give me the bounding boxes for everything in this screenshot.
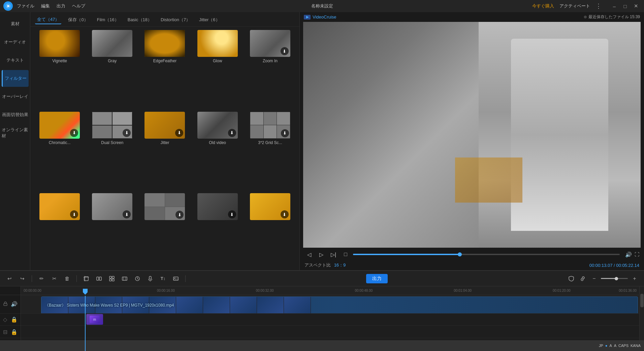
track-audio-icon[interactable]: 🔊	[11, 301, 18, 307]
filter-chromatic[interactable]: ⬇ Chromatic...	[35, 112, 84, 190]
filter-tab-distortion[interactable]: Distortion（7）	[159, 16, 192, 24]
thumb-frame-10	[284, 297, 311, 314]
trash-button[interactable]: 🗑	[62, 274, 72, 283]
filter-dualscreen[interactable]: ⬇ Dual Screen	[88, 112, 137, 190]
text-overlay-button[interactable]: T↕	[158, 274, 168, 283]
sidebar-item-online[interactable]: オンライン素材	[2, 125, 29, 141]
progress-bar[interactable]	[353, 254, 620, 255]
grid-button[interactable]	[107, 274, 117, 283]
filter-download-row3-4[interactable]: ⬇	[228, 210, 236, 218]
filter-thumb-row3-4: ⬇	[197, 193, 238, 220]
scissors-button[interactable]: ✂	[50, 274, 59, 283]
filter-label-oldvideo: Old video	[209, 140, 226, 145]
filter-download-jitter[interactable]: ⬇	[175, 129, 183, 137]
zoom-slider-track[interactable]	[601, 278, 628, 279]
titlebar-more-icon[interactable]: ⋮	[595, 2, 602, 10]
svg-rect-12	[112, 279, 114, 281]
fullscreen-button[interactable]: ⛶	[635, 252, 639, 257]
sidebar-item-overlay[interactable]: オーバーレイ	[2, 88, 29, 105]
split-button[interactable]	[94, 274, 104, 283]
sidebar-item-transition[interactable]: 画面切替効果	[2, 106, 29, 123]
link-icon[interactable]	[578, 274, 587, 283]
prev-frame-button[interactable]: ◁	[304, 250, 314, 259]
taskbar-lang: JP	[599, 344, 603, 348]
text-grid-icon[interactable]: ⊟	[3, 329, 7, 335]
maximize-button[interactable]: □	[620, 1, 630, 11]
filter-row3-5[interactable]: ⬇	[246, 193, 295, 267]
taskbar-caps: CAPS	[618, 344, 629, 348]
buy-button[interactable]: 今すぐ購入	[532, 3, 554, 9]
sidebar-item-filter[interactable]: フィルター	[2, 70, 29, 87]
filter-gray[interactable]: Gray	[88, 30, 137, 108]
progress-thumb[interactable]	[458, 252, 462, 256]
minimize-button[interactable]: –	[610, 1, 619, 11]
sidebar-item-audio[interactable]: オーディオ	[2, 34, 29, 50]
export-button[interactable]: 出力	[366, 274, 388, 283]
playhead-ruler-marker	[83, 286, 88, 295]
filter-edgefeather[interactable]: EdgeFeather	[140, 30, 189, 108]
filter-tab-saved[interactable]: 保存（0）	[66, 16, 90, 24]
filter-zoomin[interactable]: ⬇ Zoom In	[246, 30, 295, 108]
filter-jitter[interactable]: ⬇ Jitter	[140, 112, 189, 190]
clock-button[interactable]	[133, 274, 142, 283]
zoom-slider	[601, 278, 628, 279]
filter-row3-3[interactable]: ⬇	[140, 193, 189, 267]
filter-grid3x2[interactable]: ⬇ 3*2 Grid Sc...	[246, 112, 295, 190]
scrollbar-thumb[interactable]	[640, 294, 644, 307]
menu-output[interactable]: 出力	[57, 3, 65, 9]
time-ruler[interactable]: 00:00:00.00 00:00:16.00 00:00:32.00 00:0…	[21, 286, 639, 295]
taskbar-a2: A	[614, 344, 616, 348]
play-button[interactable]: ▷	[317, 250, 326, 259]
next-frame-button[interactable]: ▷|	[329, 250, 338, 259]
filter-download-oldvideo[interactable]: ⬇	[228, 129, 236, 137]
filter-glow[interactable]: Glow	[193, 30, 242, 108]
shield-icon[interactable]	[567, 274, 576, 283]
image-button[interactable]	[171, 274, 181, 283]
track-lock-icon[interactable]	[3, 301, 8, 307]
mic-button[interactable]	[146, 274, 155, 283]
toolbar-divider-3	[185, 275, 186, 282]
window-title: 名称未設定	[311, 3, 333, 9]
overlay-clip[interactable]: m	[86, 314, 103, 325]
overlay-lock-icon[interactable]: 🔒	[11, 316, 18, 323]
filter-oldvideo[interactable]: ⬇ Old video	[193, 112, 242, 190]
filter-row3-4[interactable]: ⬇	[193, 193, 242, 267]
filter-row3-2[interactable]: ⬇	[88, 193, 137, 267]
video-clip[interactable]: 《Bazaar》 Sisters Who Make Waves S2 EP9 |…	[41, 296, 638, 314]
undo-button[interactable]: ↩	[5, 274, 14, 283]
filter-thumb-grid3x2: ⬇	[250, 112, 290, 139]
filter-download-dualscreen[interactable]: ⬇	[123, 129, 131, 137]
menu-file[interactable]: ファイル	[17, 3, 34, 9]
filter-label-dualscreen: Dual Screen	[101, 140, 123, 145]
filter-tab-all[interactable]: 全て（47）	[35, 15, 61, 24]
filter-tab-basic[interactable]: Basic（18）	[126, 16, 154, 24]
volume-button[interactable]: 🔊	[625, 251, 632, 258]
text-lock-icon2[interactable]: 🔒	[11, 329, 18, 335]
menu-help[interactable]: ヘルプ	[72, 3, 85, 9]
zoom-in-button[interactable]: +	[630, 274, 639, 283]
overlay-diamond-icon[interactable]: ◇	[3, 316, 7, 323]
pencil-button[interactable]: ✏	[37, 274, 46, 283]
zoom-out-button[interactable]: −	[589, 274, 599, 283]
filter-tab-jitter[interactable]: Jitter（6）	[197, 16, 222, 24]
menu-edit[interactable]: 編集	[41, 3, 50, 9]
zoom-slider-thumb[interactable]	[615, 277, 618, 280]
filter-download-grid3x2[interactable]: ⬇	[281, 129, 289, 137]
crop-button[interactable]	[82, 274, 91, 283]
filter-thumb-edgefeather	[144, 30, 185, 57]
filter-row3-1[interactable]: ⬇	[35, 193, 84, 267]
svg-rect-23	[4, 304, 7, 306]
sidebar-item-text[interactable]: テキスト	[2, 52, 29, 69]
filter-vignette[interactable]: Vignette	[35, 30, 84, 108]
aspect-ratio-value: 16：9	[334, 262, 346, 268]
close-button[interactable]: ✕	[631, 1, 641, 11]
thumb-frame-8	[230, 297, 257, 314]
activate-button[interactable]: アクティベート	[559, 3, 590, 9]
film-button[interactable]	[120, 274, 129, 283]
filter-download-zoomin[interactable]: ⬇	[281, 47, 289, 55]
sidebar-item-sozai[interactable]: 素材	[2, 15, 29, 32]
stop-button[interactable]: □	[341, 250, 350, 259]
filter-download-chromatic[interactable]: ⬇	[70, 129, 78, 137]
redo-button[interactable]: ↪	[18, 274, 27, 283]
filter-tab-film[interactable]: Film（16）	[95, 16, 121, 24]
